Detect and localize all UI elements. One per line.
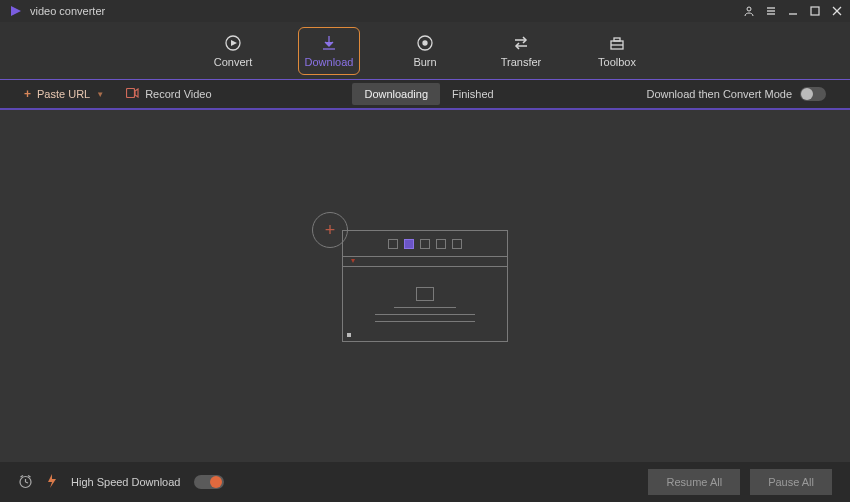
svg-point-1 xyxy=(747,7,751,11)
nav-label: Download xyxy=(305,56,354,68)
maximize-icon[interactable] xyxy=(808,4,822,18)
nav-download[interactable]: Download xyxy=(298,27,360,75)
minimize-icon[interactable] xyxy=(786,4,800,18)
title-bar-right xyxy=(742,4,844,18)
toggle-knob xyxy=(210,476,222,488)
bolt-icon xyxy=(47,474,57,490)
app-title: video converter xyxy=(30,5,105,17)
mini-tab xyxy=(452,239,462,249)
segment-finished[interactable]: Finished xyxy=(440,83,506,105)
app-logo-icon xyxy=(10,4,24,18)
high-speed-label: High Speed Download xyxy=(71,476,180,488)
cursor-icon: ▾ xyxy=(351,256,355,265)
title-bar-left: video converter xyxy=(10,4,105,18)
browser-tabs-row xyxy=(343,231,507,257)
browser-outline: ▾ xyxy=(342,230,508,342)
browser-body xyxy=(343,267,507,341)
toggle-knob xyxy=(801,88,813,100)
svg-marker-0 xyxy=(11,6,21,16)
footer-right: Resume All Pause All xyxy=(648,469,832,495)
segmented-control: Downloading Finished xyxy=(352,83,505,105)
svg-marker-27 xyxy=(48,474,56,488)
toolbox-icon xyxy=(608,34,626,52)
convert-mode-label: Download then Convert Mode xyxy=(646,88,792,100)
title-bar: video converter xyxy=(0,0,850,22)
record-video-button[interactable]: Record Video xyxy=(126,88,211,100)
mini-tab xyxy=(436,239,446,249)
segment-label: Downloading xyxy=(364,88,428,100)
toolbar-left: + Paste URL ▼ Record Video xyxy=(24,87,212,101)
empty-state-illustration: + ▾ xyxy=(342,230,508,342)
svg-rect-18 xyxy=(614,38,620,41)
main-nav: Convert Download Burn Transfer Toolbox xyxy=(0,22,850,80)
nav-label: Toolbox xyxy=(598,56,636,68)
nav-label: Burn xyxy=(413,56,436,68)
segment-downloading[interactable]: Downloading xyxy=(352,83,440,105)
user-icon[interactable] xyxy=(742,4,756,18)
content-area: + ▾ xyxy=(0,110,850,462)
app-window: video converter Convert xyxy=(0,0,850,502)
svg-rect-20 xyxy=(127,89,135,98)
record-icon xyxy=(126,88,139,100)
footer-bar: High Speed Download Resume All Pause All xyxy=(0,462,850,502)
burn-icon xyxy=(416,34,434,52)
menu-icon[interactable] xyxy=(764,4,778,18)
nav-toolbox[interactable]: Toolbox xyxy=(586,27,648,75)
nav-transfer[interactable]: Transfer xyxy=(490,27,552,75)
footer-left: High Speed Download xyxy=(18,474,224,491)
chevron-down-icon: ▼ xyxy=(96,90,104,99)
nav-label: Transfer xyxy=(501,56,542,68)
convert-icon xyxy=(224,34,242,52)
svg-rect-6 xyxy=(811,7,819,15)
resume-all-button[interactable]: Resume All xyxy=(648,469,740,495)
secondary-toolbar: + Paste URL ▼ Record Video Downloading F… xyxy=(0,80,850,110)
svg-marker-21 xyxy=(135,89,138,97)
record-video-label: Record Video xyxy=(145,88,211,100)
nav-burn[interactable]: Burn xyxy=(394,27,456,75)
segment-label: Finished xyxy=(452,88,494,100)
mini-tab-active xyxy=(404,239,414,249)
mini-tab xyxy=(420,239,430,249)
nav-convert[interactable]: Convert xyxy=(202,27,264,75)
body-square xyxy=(416,287,434,301)
toolbar-right: Download then Convert Mode xyxy=(646,87,826,101)
nav-label: Convert xyxy=(214,56,253,68)
corner-dot xyxy=(347,333,351,337)
pause-all-button[interactable]: Pause All xyxy=(750,469,832,495)
plus-thin-icon: + xyxy=(325,220,336,241)
browser-address-bar: ▾ xyxy=(343,257,507,267)
body-line xyxy=(394,307,456,308)
plus-icon: + xyxy=(24,87,31,101)
download-icon xyxy=(320,34,338,52)
transfer-icon xyxy=(512,34,530,52)
close-icon[interactable] xyxy=(830,4,844,18)
svg-point-14 xyxy=(423,41,427,45)
svg-marker-10 xyxy=(231,40,237,46)
clock-icon[interactable] xyxy=(18,474,33,491)
paste-url-label: Paste URL xyxy=(37,88,90,100)
high-speed-toggle[interactable] xyxy=(194,475,224,489)
convert-mode-toggle[interactable] xyxy=(800,87,826,101)
paste-url-button[interactable]: + Paste URL ▼ xyxy=(24,87,104,101)
svg-line-24 xyxy=(26,482,29,483)
mini-tab xyxy=(388,239,398,249)
body-line xyxy=(375,314,475,315)
body-line xyxy=(375,321,475,322)
